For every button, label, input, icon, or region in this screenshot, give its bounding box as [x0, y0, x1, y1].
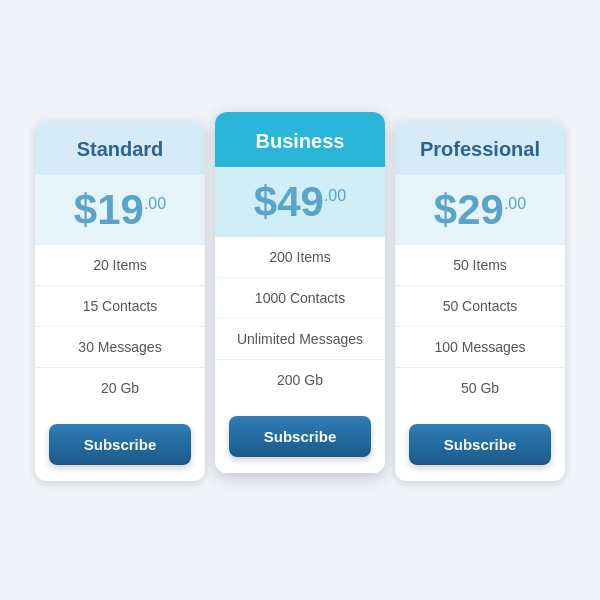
subscribe-button-business[interactable]: Subscribe — [229, 416, 371, 457]
subscribe-button-standard[interactable]: Subscribe — [49, 424, 191, 465]
plan-price-standard: $19 — [74, 189, 144, 231]
plan-features-business: 200 Items1000 ContactsUnlimited Messages… — [215, 237, 385, 400]
feature-row-standard-0: 20 Items — [35, 245, 205, 286]
subscribe-button-professional[interactable]: Subscribe — [409, 424, 551, 465]
plan-card-professional: Professional$29.0050 Items50 Contacts100… — [395, 120, 565, 481]
feature-row-business-2: Unlimited Messages — [215, 319, 385, 360]
plan-footer-professional: Subscribe — [395, 408, 565, 481]
plan-name-business: Business — [215, 112, 385, 167]
plan-card-business: Business$49.00200 Items1000 ContactsUnli… — [215, 112, 385, 473]
feature-row-professional-3: 50 Gb — [395, 368, 565, 408]
feature-row-business-3: 200 Gb — [215, 360, 385, 400]
feature-row-professional-2: 100 Messages — [395, 327, 565, 368]
plan-name-standard: Standard — [35, 120, 205, 175]
plan-features-standard: 20 Items15 Contacts30 Messages20 Gb — [35, 245, 205, 408]
plan-cents-standard: .00 — [144, 195, 166, 213]
plan-price-business: $49 — [254, 181, 324, 223]
plan-price-professional: $29 — [434, 189, 504, 231]
plan-footer-standard: Subscribe — [35, 408, 205, 481]
plan-cents-business: .00 — [324, 187, 346, 205]
feature-row-professional-1: 50 Contacts — [395, 286, 565, 327]
plan-name-professional: Professional — [395, 120, 565, 175]
plan-footer-business: Subscribe — [215, 400, 385, 473]
plan-price-section-standard: $19.00 — [35, 175, 205, 245]
feature-row-standard-3: 20 Gb — [35, 368, 205, 408]
feature-row-business-0: 200 Items — [215, 237, 385, 278]
feature-row-standard-1: 15 Contacts — [35, 286, 205, 327]
feature-row-professional-0: 50 Items — [395, 245, 565, 286]
plan-price-section-business: $49.00 — [215, 167, 385, 237]
plan-price-section-professional: $29.00 — [395, 175, 565, 245]
plan-cents-professional: .00 — [504, 195, 526, 213]
pricing-container: Standard$19.0020 Items15 Contacts30 Mess… — [15, 100, 585, 501]
plan-card-standard: Standard$19.0020 Items15 Contacts30 Mess… — [35, 120, 205, 481]
feature-row-standard-2: 30 Messages — [35, 327, 205, 368]
feature-row-business-1: 1000 Contacts — [215, 278, 385, 319]
plan-features-professional: 50 Items50 Contacts100 Messages50 Gb — [395, 245, 565, 408]
